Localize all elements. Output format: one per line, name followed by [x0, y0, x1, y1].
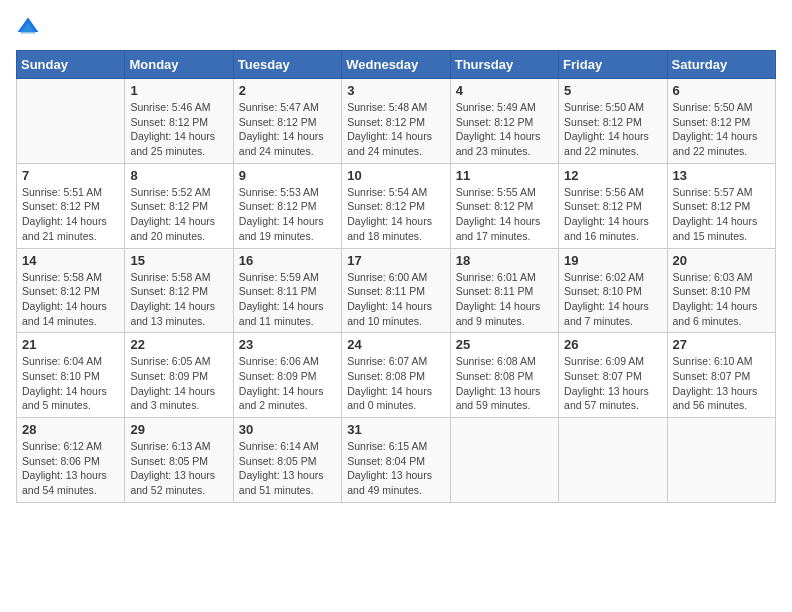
day-info: Sunrise: 5:50 AM Sunset: 8:12 PM Dayligh…	[564, 100, 661, 159]
day-cell: 1Sunrise: 5:46 AM Sunset: 8:12 PM Daylig…	[125, 79, 233, 164]
header	[16, 16, 776, 40]
header-cell-tuesday: Tuesday	[233, 51, 341, 79]
day-info: Sunrise: 6:01 AM Sunset: 8:11 PM Dayligh…	[456, 270, 553, 329]
day-cell: 31Sunrise: 6:15 AM Sunset: 8:04 PM Dayli…	[342, 418, 450, 503]
day-number: 30	[239, 422, 336, 437]
day-info: Sunrise: 6:02 AM Sunset: 8:10 PM Dayligh…	[564, 270, 661, 329]
day-info: Sunrise: 5:52 AM Sunset: 8:12 PM Dayligh…	[130, 185, 227, 244]
day-info: Sunrise: 6:14 AM Sunset: 8:05 PM Dayligh…	[239, 439, 336, 498]
day-cell: 14Sunrise: 5:58 AM Sunset: 8:12 PM Dayli…	[17, 248, 125, 333]
day-number: 20	[673, 253, 770, 268]
day-cell: 8Sunrise: 5:52 AM Sunset: 8:12 PM Daylig…	[125, 163, 233, 248]
day-number: 14	[22, 253, 119, 268]
day-info: Sunrise: 6:03 AM Sunset: 8:10 PM Dayligh…	[673, 270, 770, 329]
day-cell: 6Sunrise: 5:50 AM Sunset: 8:12 PM Daylig…	[667, 79, 775, 164]
day-cell: 22Sunrise: 6:05 AM Sunset: 8:09 PM Dayli…	[125, 333, 233, 418]
day-number: 18	[456, 253, 553, 268]
day-number: 6	[673, 83, 770, 98]
week-row-1: 1Sunrise: 5:46 AM Sunset: 8:12 PM Daylig…	[17, 79, 776, 164]
calendar-table: SundayMondayTuesdayWednesdayThursdayFrid…	[16, 50, 776, 503]
day-info: Sunrise: 6:05 AM Sunset: 8:09 PM Dayligh…	[130, 354, 227, 413]
day-cell: 17Sunrise: 6:00 AM Sunset: 8:11 PM Dayli…	[342, 248, 450, 333]
day-cell: 25Sunrise: 6:08 AM Sunset: 8:08 PM Dayli…	[450, 333, 558, 418]
week-row-5: 28Sunrise: 6:12 AM Sunset: 8:06 PM Dayli…	[17, 418, 776, 503]
calendar-header: SundayMondayTuesdayWednesdayThursdayFrid…	[17, 51, 776, 79]
day-number: 12	[564, 168, 661, 183]
day-number: 19	[564, 253, 661, 268]
day-cell: 4Sunrise: 5:49 AM Sunset: 8:12 PM Daylig…	[450, 79, 558, 164]
day-number: 5	[564, 83, 661, 98]
day-info: Sunrise: 6:15 AM Sunset: 8:04 PM Dayligh…	[347, 439, 444, 498]
day-info: Sunrise: 5:49 AM Sunset: 8:12 PM Dayligh…	[456, 100, 553, 159]
day-cell: 16Sunrise: 5:59 AM Sunset: 8:11 PM Dayli…	[233, 248, 341, 333]
day-info: Sunrise: 5:55 AM Sunset: 8:12 PM Dayligh…	[456, 185, 553, 244]
day-cell: 30Sunrise: 6:14 AM Sunset: 8:05 PM Dayli…	[233, 418, 341, 503]
day-cell: 7Sunrise: 5:51 AM Sunset: 8:12 PM Daylig…	[17, 163, 125, 248]
day-cell: 5Sunrise: 5:50 AM Sunset: 8:12 PM Daylig…	[559, 79, 667, 164]
day-info: Sunrise: 6:04 AM Sunset: 8:10 PM Dayligh…	[22, 354, 119, 413]
day-info: Sunrise: 5:47 AM Sunset: 8:12 PM Dayligh…	[239, 100, 336, 159]
header-cell-thursday: Thursday	[450, 51, 558, 79]
day-cell: 3Sunrise: 5:48 AM Sunset: 8:12 PM Daylig…	[342, 79, 450, 164]
day-info: Sunrise: 6:09 AM Sunset: 8:07 PM Dayligh…	[564, 354, 661, 413]
header-cell-saturday: Saturday	[667, 51, 775, 79]
day-info: Sunrise: 6:13 AM Sunset: 8:05 PM Dayligh…	[130, 439, 227, 498]
logo-icon	[16, 16, 40, 40]
day-info: Sunrise: 5:54 AM Sunset: 8:12 PM Dayligh…	[347, 185, 444, 244]
day-info: Sunrise: 5:57 AM Sunset: 8:12 PM Dayligh…	[673, 185, 770, 244]
day-cell: 26Sunrise: 6:09 AM Sunset: 8:07 PM Dayli…	[559, 333, 667, 418]
day-number: 31	[347, 422, 444, 437]
day-cell: 29Sunrise: 6:13 AM Sunset: 8:05 PM Dayli…	[125, 418, 233, 503]
header-row: SundayMondayTuesdayWednesdayThursdayFrid…	[17, 51, 776, 79]
day-number: 24	[347, 337, 444, 352]
day-info: Sunrise: 5:46 AM Sunset: 8:12 PM Dayligh…	[130, 100, 227, 159]
day-cell: 20Sunrise: 6:03 AM Sunset: 8:10 PM Dayli…	[667, 248, 775, 333]
header-cell-wednesday: Wednesday	[342, 51, 450, 79]
day-number: 21	[22, 337, 119, 352]
day-cell: 21Sunrise: 6:04 AM Sunset: 8:10 PM Dayli…	[17, 333, 125, 418]
day-info: Sunrise: 5:48 AM Sunset: 8:12 PM Dayligh…	[347, 100, 444, 159]
day-info: Sunrise: 5:58 AM Sunset: 8:12 PM Dayligh…	[22, 270, 119, 329]
day-number: 15	[130, 253, 227, 268]
week-row-4: 21Sunrise: 6:04 AM Sunset: 8:10 PM Dayli…	[17, 333, 776, 418]
day-cell	[17, 79, 125, 164]
day-cell	[667, 418, 775, 503]
day-number: 13	[673, 168, 770, 183]
day-info: Sunrise: 6:06 AM Sunset: 8:09 PM Dayligh…	[239, 354, 336, 413]
day-cell: 9Sunrise: 5:53 AM Sunset: 8:12 PM Daylig…	[233, 163, 341, 248]
day-cell: 15Sunrise: 5:58 AM Sunset: 8:12 PM Dayli…	[125, 248, 233, 333]
day-number: 11	[456, 168, 553, 183]
day-info: Sunrise: 6:10 AM Sunset: 8:07 PM Dayligh…	[673, 354, 770, 413]
day-info: Sunrise: 6:08 AM Sunset: 8:08 PM Dayligh…	[456, 354, 553, 413]
day-info: Sunrise: 5:51 AM Sunset: 8:12 PM Dayligh…	[22, 185, 119, 244]
day-cell	[450, 418, 558, 503]
day-info: Sunrise: 6:12 AM Sunset: 8:06 PM Dayligh…	[22, 439, 119, 498]
day-cell: 27Sunrise: 6:10 AM Sunset: 8:07 PM Dayli…	[667, 333, 775, 418]
calendar-body: 1Sunrise: 5:46 AM Sunset: 8:12 PM Daylig…	[17, 79, 776, 503]
day-number: 16	[239, 253, 336, 268]
day-number: 3	[347, 83, 444, 98]
header-cell-friday: Friday	[559, 51, 667, 79]
day-info: Sunrise: 5:53 AM Sunset: 8:12 PM Dayligh…	[239, 185, 336, 244]
day-number: 9	[239, 168, 336, 183]
day-cell: 2Sunrise: 5:47 AM Sunset: 8:12 PM Daylig…	[233, 79, 341, 164]
day-number: 25	[456, 337, 553, 352]
day-number: 29	[130, 422, 227, 437]
logo	[16, 16, 44, 40]
day-cell	[559, 418, 667, 503]
day-number: 27	[673, 337, 770, 352]
day-info: Sunrise: 5:59 AM Sunset: 8:11 PM Dayligh…	[239, 270, 336, 329]
day-number: 10	[347, 168, 444, 183]
day-number: 4	[456, 83, 553, 98]
day-cell: 12Sunrise: 5:56 AM Sunset: 8:12 PM Dayli…	[559, 163, 667, 248]
day-number: 23	[239, 337, 336, 352]
header-cell-sunday: Sunday	[17, 51, 125, 79]
day-cell: 18Sunrise: 6:01 AM Sunset: 8:11 PM Dayli…	[450, 248, 558, 333]
header-cell-monday: Monday	[125, 51, 233, 79]
day-number: 1	[130, 83, 227, 98]
day-cell: 19Sunrise: 6:02 AM Sunset: 8:10 PM Dayli…	[559, 248, 667, 333]
day-info: Sunrise: 5:56 AM Sunset: 8:12 PM Dayligh…	[564, 185, 661, 244]
week-row-2: 7Sunrise: 5:51 AM Sunset: 8:12 PM Daylig…	[17, 163, 776, 248]
day-info: Sunrise: 5:58 AM Sunset: 8:12 PM Dayligh…	[130, 270, 227, 329]
day-cell: 23Sunrise: 6:06 AM Sunset: 8:09 PM Dayli…	[233, 333, 341, 418]
